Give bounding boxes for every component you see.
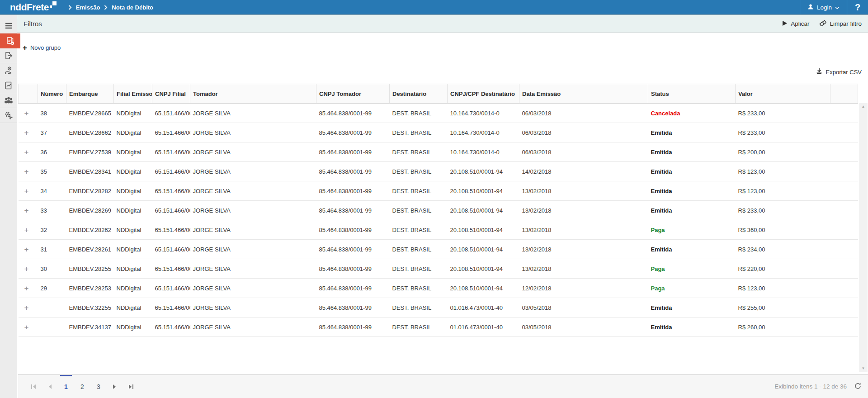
refresh-button[interactable] xyxy=(854,382,862,391)
scroll-down-icon[interactable]: ▼ xyxy=(862,367,865,370)
cell-filial_emissora: NDDigital xyxy=(114,104,152,123)
column-label: Embarque xyxy=(69,90,98,97)
cell-tomador: JORGE SILVA xyxy=(190,181,316,201)
topbar-actions: Login ? xyxy=(800,0,868,14)
previous-page-button[interactable] xyxy=(42,375,58,398)
cell-expander: + xyxy=(19,279,38,298)
scroll-up-icon[interactable]: ▲ xyxy=(862,105,865,109)
column-header-cnpj_cpf_destinatario[interactable]: CNPJ/CPF Destinatário xyxy=(448,84,519,104)
cell-tomador: JORGE SILVA xyxy=(190,162,316,181)
app-logo[interactable]: nddFrete xyxy=(10,0,57,14)
expand-row-button[interactable]: + xyxy=(24,167,29,176)
column-header-tomador[interactable]: Tomador xyxy=(190,84,316,104)
cell-cnpj_filial: 65.151.466/000... xyxy=(152,142,190,162)
expand-row-button[interactable]: + xyxy=(24,206,29,215)
cell-embarque: EMBDEV.28282 xyxy=(66,181,114,201)
cell-numero xyxy=(38,298,66,317)
table-row: +31EMBDEV.28261NDDigital65.151.466/000..… xyxy=(19,240,858,259)
column-header-valor[interactable]: Valor xyxy=(736,84,830,104)
column-header-filial_emissora[interactable]: Filial Emissora xyxy=(114,84,152,104)
new-group-button[interactable]: + Novo grupo xyxy=(23,44,61,52)
expand-row-button[interactable]: + xyxy=(24,323,29,332)
cell-numero: 33 xyxy=(38,201,66,220)
column-header-data_emissao[interactable]: Data Emissão xyxy=(519,84,648,104)
sidebar-item-usuarios[interactable] xyxy=(0,93,17,108)
cell-tomador: JORGE SILVA xyxy=(190,142,316,162)
cell-tomador: JORGE SILVA xyxy=(190,104,316,123)
column-header-numero[interactable]: Número↓ xyxy=(38,84,66,104)
expand-row-button[interactable]: + xyxy=(24,109,29,118)
plus-icon: + xyxy=(23,44,27,52)
vertical-scrollbar[interactable]: ▲ ▼ xyxy=(859,103,868,372)
column-header-destinatario[interactable]: Destinatário xyxy=(390,84,448,104)
report-document-icon xyxy=(4,81,13,90)
filters-title: Filtros xyxy=(24,20,42,28)
page-button-1[interactable]: 1 xyxy=(58,375,74,398)
expand-row-button[interactable]: + xyxy=(24,284,29,293)
column-header-cnpj_tomador[interactable]: CNPJ Tomador xyxy=(316,84,390,104)
sidebar-item-exportacao[interactable] xyxy=(0,48,17,63)
sidebar-menu-toggle[interactable] xyxy=(0,19,17,33)
cell-embarque: EMBDEV.34137 xyxy=(66,317,114,337)
column-header-embarque[interactable]: Embarque xyxy=(66,84,114,104)
cell-cnpj_cpf_destinatario: 20.108.510/0001-94 xyxy=(448,201,519,220)
cell-cnpj_filial: 65.151.466/000... xyxy=(152,162,190,181)
filters-actions: Aplicar Limpar filtro xyxy=(782,20,862,28)
cell-cnpj_filial: 65.151.466/000... xyxy=(152,181,190,201)
cell-filial_emissora: NDDigital xyxy=(114,259,152,279)
cell-embarque: EMBDEV.27539 xyxy=(66,142,114,162)
next-page-button[interactable] xyxy=(107,375,123,398)
cell-filler xyxy=(830,220,858,240)
sidebar-item-pagamentos[interactable] xyxy=(0,63,17,78)
expand-row-button[interactable]: + xyxy=(24,303,29,312)
expand-row-button[interactable]: + xyxy=(24,187,29,195)
table-row: +37EMBDEV.28662NDDigital65.151.466/000..… xyxy=(19,123,858,142)
payment-hand-icon xyxy=(4,66,13,75)
cell-cnpj_tomador: 85.464.838/0001-99 xyxy=(316,104,390,123)
last-page-button[interactable] xyxy=(123,375,139,398)
help-button[interactable]: ? xyxy=(847,0,868,14)
login-menu[interactable]: Login xyxy=(800,0,847,14)
cell-status: Emitida xyxy=(648,201,736,220)
cell-expander: + xyxy=(19,201,38,220)
expand-row-button[interactable]: + xyxy=(24,245,29,254)
page-button-2[interactable]: 2 xyxy=(74,375,90,398)
column-header-status[interactable]: Status xyxy=(648,84,736,104)
sidebar-item-relatorios[interactable] xyxy=(0,78,17,93)
help-label: ? xyxy=(855,2,860,13)
cell-filial_emissora: NDDigital xyxy=(114,123,152,142)
page-button-3[interactable]: 3 xyxy=(90,375,107,398)
table-row: +EMBDEV.34137NDDigital65.151.466/000...J… xyxy=(19,317,858,337)
cell-cnpj_tomador: 85.464.838/0001-99 xyxy=(316,279,390,298)
cell-valor: R$ 234,00 xyxy=(736,240,830,259)
cell-embarque: EMBDEV.28341 xyxy=(66,162,114,181)
export-document-icon xyxy=(4,51,13,60)
cell-data_emissao: 13/02/2018 xyxy=(519,220,648,240)
cell-filler xyxy=(830,201,858,220)
apply-filter-button[interactable]: Aplicar xyxy=(782,20,809,28)
expand-row-button[interactable]: + xyxy=(24,128,29,137)
sidebar-item-configuracoes[interactable] xyxy=(0,108,17,123)
cell-tomador: JORGE SILVA xyxy=(190,317,316,337)
breadcrumb-emissao[interactable]: Emissão xyxy=(76,4,100,11)
clear-filter-button[interactable]: Limpar filtro xyxy=(819,20,862,28)
export-csv-button[interactable]: Exportar CSV xyxy=(816,68,862,76)
sidebar-item-nota-debito[interactable] xyxy=(0,33,20,48)
first-page-button[interactable] xyxy=(25,375,42,398)
cell-numero: 31 xyxy=(38,240,66,259)
cell-numero: 37 xyxy=(38,123,66,142)
cell-numero: 32 xyxy=(38,220,66,240)
cell-cnpj_tomador: 85.464.838/0001-99 xyxy=(316,181,390,201)
cell-filial_emissora: NDDigital xyxy=(114,181,152,201)
column-header-cnpj_filial[interactable]: CNPJ Filial xyxy=(152,84,190,104)
cell-numero: 35 xyxy=(38,162,66,181)
expand-row-button[interactable]: + xyxy=(24,265,29,273)
sidebar xyxy=(0,15,17,398)
cell-cnpj_cpf_destinatario: 20.108.510/0001-94 xyxy=(448,259,519,279)
cell-embarque: EMBDEV.28261 xyxy=(66,240,114,259)
expand-row-button[interactable]: + xyxy=(24,148,29,156)
column-label: Data Emissão xyxy=(522,90,561,97)
breadcrumb-nota-de-debito[interactable]: Nota de Débito xyxy=(112,4,153,11)
expand-row-button[interactable]: + xyxy=(24,226,29,234)
cell-destinatario: DEST. BRASIL xyxy=(390,279,448,298)
